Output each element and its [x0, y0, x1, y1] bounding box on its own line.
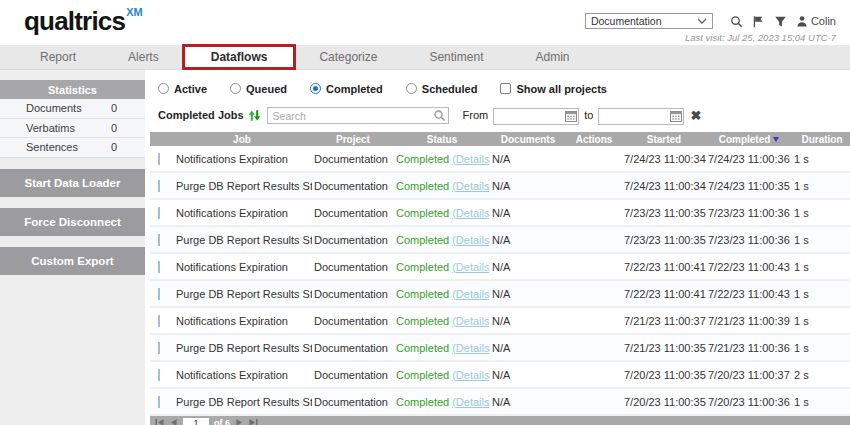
- job-name: Purge DB Report Results Store: [172, 180, 312, 192]
- start-data-loader-button[interactable]: Start Data Loader: [0, 169, 145, 197]
- prev-page-icon[interactable]: [169, 418, 178, 425]
- next-page-icon[interactable]: [235, 418, 244, 425]
- details-link[interactable]: (Details): [452, 180, 490, 192]
- details-link[interactable]: (Details): [452, 315, 490, 327]
- logo-text: qualtrics: [24, 8, 125, 34]
- started-timestamp: 7/20/23 11:00:35 PM: [622, 396, 706, 408]
- duration-value: 1 s: [792, 315, 850, 327]
- details-link[interactable]: (Details): [452, 234, 490, 246]
- project-selector[interactable]: Documentation: [585, 13, 713, 29]
- table-row: Notifications Expiration Documentation C…: [150, 146, 850, 173]
- row-checkbox[interactable]: [158, 342, 160, 354]
- details-link[interactable]: (Details): [452, 369, 490, 381]
- search-field-wrap: [267, 106, 449, 125]
- details-link[interactable]: (Details): [452, 288, 490, 300]
- tab-sentiment[interactable]: Sentiment: [403, 45, 509, 69]
- status-text: Completed: [396, 369, 449, 381]
- column-header-status[interactable]: Status: [394, 134, 490, 145]
- status-text: Completed: [396, 153, 449, 165]
- column-header-duration[interactable]: Duration: [792, 134, 850, 145]
- details-link[interactable]: (Details): [452, 153, 490, 165]
- documents-value: N/A: [490, 369, 566, 381]
- details-link[interactable]: (Details): [452, 396, 490, 408]
- force-disconnect-button[interactable]: Force Disconnect: [0, 208, 145, 236]
- status-cell: Completed(Details): [394, 153, 490, 165]
- details-link[interactable]: (Details): [452, 207, 490, 219]
- first-page-icon[interactable]: [155, 418, 164, 425]
- user-menu[interactable]: Colin: [796, 15, 836, 27]
- search-input[interactable]: [267, 107, 449, 124]
- started-timestamp: 7/22/23 11:00:41 PM: [622, 261, 706, 273]
- statistic-row: Sentences 0: [0, 138, 145, 158]
- table-row: Purge DB Report Results Store Documentat…: [150, 335, 850, 362]
- table-row: Notifications Expiration Documentation C…: [150, 254, 850, 281]
- row-checkbox[interactable]: [158, 207, 160, 219]
- filter-icon[interactable]: [774, 15, 787, 28]
- radio-active[interactable]: Active: [158, 83, 207, 95]
- refresh-icon[interactable]: [248, 109, 261, 122]
- app-window: qualtrics XM Documentation: [0, 0, 850, 425]
- calendar-icon[interactable]: [670, 108, 682, 126]
- duration-value: 1 s: [792, 180, 850, 192]
- job-filters: Active Queued Completed Scheduled Show a…: [158, 81, 850, 96]
- job-name: Purge DB Report Results Store: [172, 396, 312, 408]
- radio-scheduled[interactable]: Scheduled: [406, 83, 478, 95]
- completed-timestamp: 7/21/23 11:00:39 PM: [706, 315, 792, 327]
- column-header-started[interactable]: Started: [622, 134, 706, 145]
- column-header-completed[interactable]: Completed: [706, 134, 792, 145]
- tab-categorize[interactable]: Categorize: [293, 45, 403, 69]
- status-text: Completed: [396, 234, 449, 246]
- project-selector-value: Documentation: [591, 15, 662, 27]
- page-number-input[interactable]: [183, 418, 209, 425]
- row-checkbox[interactable]: [158, 396, 160, 408]
- search-submit-icon[interactable]: [433, 108, 446, 126]
- details-link[interactable]: (Details): [452, 261, 490, 273]
- job-name: Purge DB Report Results Store: [172, 234, 312, 246]
- column-header-job[interactable]: Job: [172, 134, 312, 145]
- documents-value: N/A: [490, 315, 566, 327]
- tab-admin[interactable]: Admin: [509, 45, 595, 69]
- status-text: Completed: [396, 315, 449, 327]
- show-all-projects-checkbox[interactable]: Show all projects: [500, 83, 606, 95]
- column-header-actions[interactable]: Actions: [566, 134, 622, 145]
- clear-dates-icon[interactable]: ✖: [690, 109, 701, 122]
- statistic-row: Verbatims 0: [0, 119, 145, 139]
- radio-completed[interactable]: Completed: [310, 83, 383, 95]
- row-checkbox[interactable]: [158, 261, 160, 273]
- main-panel: Active Queued Completed Scheduled Show a…: [145, 70, 850, 425]
- radio-queued[interactable]: Queued: [230, 83, 287, 95]
- tab-report[interactable]: Report: [14, 45, 102, 69]
- flag-icon[interactable]: [752, 15, 765, 28]
- row-checkbox[interactable]: [158, 288, 160, 300]
- table-row: Notifications Expiration Documentation C…: [150, 362, 850, 389]
- top-header: qualtrics XM Documentation: [0, 0, 850, 45]
- tab-alerts[interactable]: Alerts: [102, 45, 185, 69]
- statistic-value: 0: [111, 122, 117, 134]
- row-checkbox[interactable]: [158, 180, 160, 192]
- custom-export-button[interactable]: Custom Export: [0, 247, 145, 275]
- row-checkbox[interactable]: [158, 234, 160, 246]
- calendar-icon[interactable]: [565, 108, 577, 126]
- row-checkbox[interactable]: [158, 153, 160, 165]
- duration-value: 1 s: [792, 288, 850, 300]
- status-text: Completed: [396, 396, 449, 408]
- started-timestamp: 7/24/23 11:00:34 PM: [622, 180, 706, 192]
- completed-timestamp: 7/21/23 11:00:36 PM: [706, 342, 792, 354]
- project-name: Documentation: [312, 234, 394, 246]
- documents-value: N/A: [490, 342, 566, 354]
- search-icon[interactable]: [730, 15, 743, 28]
- completed-timestamp: 7/24/23 11:00:36 PM: [706, 153, 792, 165]
- duration-value: 1 s: [792, 261, 850, 273]
- row-checkbox[interactable]: [158, 315, 160, 327]
- header-icons: Colin: [730, 15, 836, 28]
- status-cell: Completed(Details): [394, 315, 490, 327]
- column-header-documents[interactable]: Documents: [490, 134, 566, 145]
- project-name: Documentation: [312, 342, 394, 354]
- column-header-project[interactable]: Project: [312, 134, 394, 145]
- details-link[interactable]: (Details): [452, 342, 490, 354]
- tab-dataflows[interactable]: Dataflows: [185, 45, 294, 69]
- row-checkbox[interactable]: [158, 369, 160, 381]
- duration-value: 1 s: [792, 396, 850, 408]
- status-cell: Completed(Details): [394, 261, 490, 273]
- last-page-icon[interactable]: [249, 418, 258, 425]
